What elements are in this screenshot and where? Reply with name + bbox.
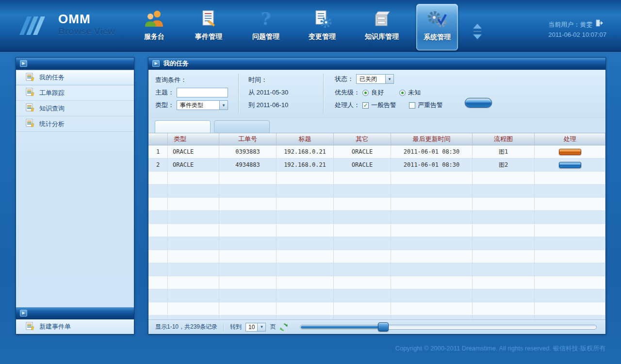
cell-empty [168, 276, 219, 289]
cell-empty [473, 185, 535, 197]
nav-label: 服务台 [144, 32, 164, 41]
col-updated: 最后更新时间 [391, 133, 473, 145]
search-button[interactable] [465, 98, 492, 108]
col-order-no: 工单号 [219, 133, 277, 145]
cell-empty [219, 276, 277, 289]
user-info: 当前用户：黄雯 2011-06-02 10:07:07 [548, 19, 606, 40]
page-title: 我的任务 [163, 59, 189, 68]
cell-empty [391, 211, 473, 223]
priority-option-label: 未知 [408, 88, 421, 97]
cell-empty [535, 224, 605, 237]
status-select[interactable]: 已关闭 ▼ [356, 74, 394, 84]
cell-empty [277, 289, 334, 302]
process-button[interactable] [559, 162, 581, 168]
collapse-arrow-icon[interactable]: ▶ [20, 310, 27, 317]
system-gears-icon [426, 7, 448, 32]
tab-second[interactable] [214, 120, 270, 133]
cell-empty [219, 198, 277, 210]
priority-radio-unknown[interactable] [399, 90, 406, 96]
table-row[interactable]: 1 ORACLE 0393883 192.168.0.21 ORACLE 201… [148, 145, 605, 158]
chevron-down-icon: ▼ [219, 101, 228, 110]
page-slider-track[interactable] [300, 325, 597, 330]
flow-chart-link[interactable]: 图1 [473, 145, 535, 158]
table-row[interactable]: 2 ORACLE 4934883 192.168.0.21 ORACLE 201… [148, 158, 605, 172]
chevron-down-icon: ▼ [385, 75, 393, 83]
handler-checkbox-general[interactable] [362, 102, 369, 109]
task-doc-icon [26, 119, 34, 129]
flow-chart-link[interactable]: 图2 [473, 158, 535, 171]
tab-first[interactable] [155, 120, 211, 133]
header: OMM Browse View 服务台 [0, 0, 621, 52]
logo-icon [18, 13, 56, 38]
refresh-icon[interactable] [279, 323, 288, 332]
cell-empty [334, 198, 391, 210]
nav-label: 变更管理 [309, 32, 336, 41]
logout-icon[interactable] [596, 19, 604, 30]
cell-empty [219, 185, 277, 197]
cell-empty [473, 237, 535, 250]
nav-item-incident-mgmt[interactable]: 事件管理 [182, 4, 235, 50]
cell-empty [277, 185, 334, 197]
svg-text:?: ? [261, 9, 271, 29]
cell-empty [473, 276, 535, 289]
main-navigation: 服务台 事件管理 [132, 4, 458, 50]
handler-label: 处理人： [335, 101, 360, 110]
cell-empty [219, 316, 277, 319]
sidebar-item-label: 我的任务 [39, 73, 65, 82]
cell-other: ORACLE [334, 145, 391, 158]
sidebar-item-label: 新建事件单 [39, 322, 71, 331]
cell-empty [473, 289, 535, 302]
nav-item-service-desk[interactable]: 服务台 [132, 4, 177, 50]
cell-empty [168, 237, 219, 250]
logo-text: OMM Browse View [58, 13, 115, 37]
nav-item-problem-mgmt[interactable]: ? 问题管理 [241, 4, 291, 50]
priority-radio-good[interactable] [362, 90, 369, 96]
cell-empty [277, 237, 334, 250]
cell-empty [148, 224, 168, 237]
cell-empty [391, 302, 473, 315]
cell-empty [148, 172, 168, 184]
cell-empty [148, 250, 168, 263]
sidebar-item-knowledge-query[interactable]: 知识查询 [16, 101, 134, 116]
cell-empty [391, 185, 473, 197]
page-size-select[interactable]: 10 ▼ [245, 323, 266, 332]
sidebar-item-label: 知识查询 [39, 104, 65, 113]
page-size-value: 10 [246, 323, 257, 331]
cell-empty [168, 302, 219, 315]
cell-empty [535, 289, 605, 302]
time-to-value: 到 2011-06-10 [248, 101, 288, 110]
cell-empty [334, 211, 391, 223]
cell-empty [334, 172, 391, 184]
sidebar-item-order-tracking[interactable]: 工单跟踪 [16, 85, 134, 101]
collapse-arrow-icon[interactable]: ▶ [20, 60, 27, 67]
nav-item-system-mgmt[interactable]: 系统管理 [416, 4, 458, 50]
cell-empty [277, 224, 334, 237]
subject-input[interactable] [177, 88, 228, 97]
current-datetime: 2011-06-02 10:07:07 [548, 30, 606, 40]
cell-empty [219, 263, 277, 276]
process-button[interactable] [559, 149, 581, 155]
nav-item-change-mgmt[interactable]: 变更管理 [297, 4, 347, 50]
cell-empty [168, 316, 219, 319]
cell-empty [334, 302, 391, 315]
type-select[interactable]: 事件类型 ▼ [177, 100, 228, 110]
sidebar-item-statistics[interactable]: 统计分析 [16, 116, 134, 132]
page-slider-handle[interactable] [378, 322, 389, 332]
cell-empty [148, 198, 168, 210]
sidebar-item-new-incident[interactable]: 新建事件单 [16, 319, 134, 334]
cell-empty [148, 289, 168, 302]
type-select-value: 事件类型 [177, 101, 219, 110]
nav-scroll-down-icon [473, 34, 482, 39]
collapse-arrow-icon[interactable]: ▶ [152, 60, 160, 67]
table-row-empty [148, 224, 605, 237]
nav-item-knowledge-base[interactable]: 知识库管理 [353, 4, 410, 50]
tab-bar [148, 118, 605, 133]
cell-empty [391, 263, 473, 276]
cell-order-no: 0393883 [219, 145, 277, 158]
service-desk-icon [143, 7, 165, 31]
table-header: 类型 工单号 标题 其它 最后更新时间 流程图 处理 [148, 133, 605, 145]
handler-checkbox-severe[interactable] [409, 102, 415, 109]
task-doc-icon [26, 103, 34, 113]
cell-updated: 2011-06-01 08:30 [391, 158, 473, 171]
sidebar-item-my-tasks[interactable]: 我的任务 [16, 70, 134, 85]
